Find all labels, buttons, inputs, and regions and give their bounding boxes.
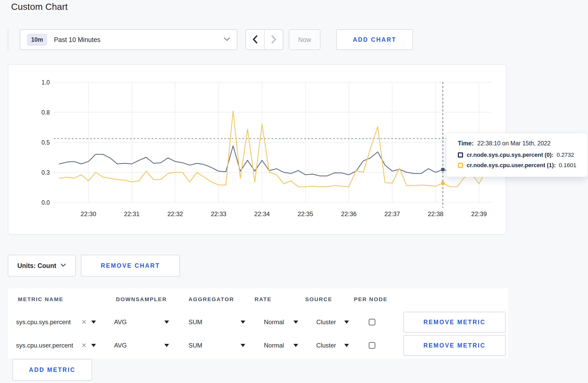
x-axis-tick-label: 22:31	[124, 210, 139, 217]
x-axis-tick-label: 22:33	[211, 210, 226, 217]
caret-down-icon	[344, 321, 349, 324]
x-axis-tick-label: 22:35	[298, 210, 313, 217]
caret-down-icon	[164, 321, 169, 324]
series-user-line	[59, 111, 486, 187]
metrics-table: METRIC NAME DOWNSAMPLER AGGREGATOR RATE …	[8, 288, 508, 358]
rate-select[interactable]: Normal	[264, 342, 284, 349]
y-axis-tick-label: 0.3	[41, 169, 50, 176]
caret-down-icon	[293, 321, 298, 324]
tooltip-time-label: Time:	[458, 140, 474, 147]
series-user-marker	[441, 181, 445, 185]
page-title: Custom Chart	[11, 2, 68, 12]
tooltip-series-row: cr.node.sys.cpu.user.percent (1): 0.1601	[458, 162, 587, 169]
caret-down-icon	[164, 344, 169, 347]
units-selector-label: Units: Count	[17, 262, 56, 269]
remove-metric-button[interactable]: REMOVE METRIC	[403, 312, 506, 332]
chevron-down-icon	[60, 263, 66, 268]
metric-row: sys.cpu.sys.percent ✕ AVG SUM Normal Clu…	[8, 311, 508, 333]
x-axis-tick-label: 22:32	[167, 210, 183, 217]
col-header-metric-name: METRIC NAME	[18, 296, 64, 302]
chevron-left-icon	[253, 35, 258, 44]
aggregator-select[interactable]: SUM	[188, 318, 202, 326]
units-selector[interactable]: Units: Count	[8, 255, 76, 276]
series-sys-swatch-icon	[458, 152, 463, 158]
col-header-source: SOURCE	[305, 296, 332, 302]
next-range-button[interactable]	[265, 30, 283, 49]
caret-down-icon	[344, 344, 349, 347]
metric-row: sys.cpu.user.percent ✕ AVG SUM Normal Cl…	[8, 335, 508, 356]
x-axis-tick-label: 22:34	[254, 210, 270, 217]
chart-tooltip: Time:22:38:10 on Mar 15th, 2022 cr.node.…	[446, 133, 588, 177]
series-sys-marker	[441, 168, 445, 171]
y-axis-tick-label: 0.0	[41, 199, 50, 206]
time-step-buttons	[246, 29, 283, 50]
y-axis-tick-label: 1.0	[41, 79, 50, 86]
metric-name-select[interactable]: sys.cpu.sys.percent	[16, 318, 71, 326]
chart-plot-area[interactable]: 0.00.30.50.81.022:3022:3122:3222:3322:34…	[8, 65, 506, 234]
y-axis-tick-label: 0.8	[41, 109, 50, 116]
caret-down-icon	[293, 344, 298, 347]
caret-down-icon	[241, 344, 245, 347]
clear-metric-icon[interactable]: ✕	[81, 318, 87, 326]
time-range-badge: 10m	[27, 34, 47, 46]
col-header-downsampler: DOWNSAMPLER	[116, 296, 167, 302]
add-metric-button[interactable]: ADD METRIC	[12, 359, 92, 381]
remove-metric-button[interactable]: REMOVE METRIC	[403, 335, 506, 356]
chevron-right-icon	[271, 35, 276, 44]
downsampler-select[interactable]: AVG	[114, 342, 127, 349]
per-node-checkbox[interactable]	[369, 342, 375, 349]
controls-left-divider	[8, 29, 8, 51]
time-range-selector[interactable]: 10m Past 10 Minutes	[20, 29, 237, 50]
col-header-rate: RATE	[255, 296, 272, 302]
y-axis-tick-label: 0.5	[41, 139, 50, 146]
source-select[interactable]: Cluster	[316, 318, 336, 326]
clear-metric-icon[interactable]: ✕	[81, 342, 87, 349]
remove-chart-button[interactable]: REMOVE CHART	[81, 255, 180, 276]
x-axis-tick-label: 22:30	[81, 210, 96, 217]
x-axis-tick-label: 22:37	[384, 210, 400, 217]
col-header-aggregator: AGGREGATOR	[188, 296, 234, 302]
time-range-label: Past 10 Minutes	[54, 36, 223, 44]
tooltip-time-row: Time:22:38:10 on Mar 15th, 2022	[458, 140, 587, 147]
chevron-down-icon	[223, 37, 230, 42]
aggregator-select[interactable]: SUM	[188, 342, 202, 349]
chart-card: 0.00.30.50.81.022:3022:3122:3222:3322:34…	[8, 64, 506, 235]
rate-select[interactable]: Normal	[264, 318, 284, 326]
caret-down-icon	[91, 344, 96, 347]
caret-down-icon	[91, 321, 96, 324]
tooltip-time-value: 22:38:10 on Mar 15th, 2022	[477, 140, 551, 147]
series-user-swatch-icon	[458, 163, 463, 168]
metric-name-select[interactable]: sys.cpu.user.percent	[16, 342, 73, 349]
col-header-per-node: PER NODE	[354, 296, 388, 302]
x-axis-tick-label: 22:36	[341, 210, 356, 217]
downsampler-select[interactable]: AVG	[114, 318, 127, 326]
now-button[interactable]: Now	[289, 29, 320, 50]
caret-down-icon	[241, 321, 245, 324]
per-node-checkbox[interactable]	[369, 319, 375, 325]
x-axis-tick-label: 22:38	[428, 210, 443, 217]
x-axis-tick-label: 22:39	[471, 210, 487, 217]
series-sys-line	[59, 146, 486, 176]
source-select[interactable]: Cluster	[316, 342, 336, 349]
prev-range-button[interactable]	[246, 30, 265, 49]
tooltip-series-row: cr.node.sys.cpu.sys.percent (0): 0.2732	[458, 152, 587, 158]
add-chart-button[interactable]: ADD CHART	[336, 29, 413, 50]
